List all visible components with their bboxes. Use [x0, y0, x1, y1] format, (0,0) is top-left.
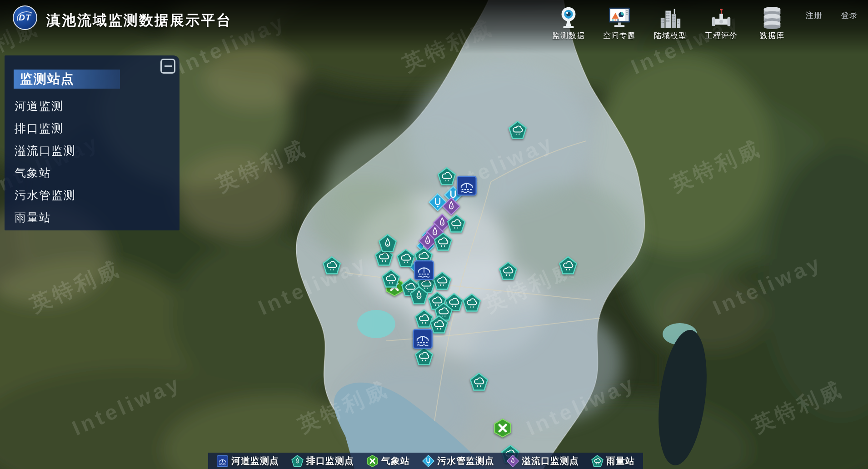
main-nav: 监测数据 — [549, 4, 792, 41]
legend-sewage-monitoring-point[interactable]: 污水管监测点 — [422, 455, 494, 467]
panel-title: 监测站点 — [14, 70, 120, 89]
nav-label: 空间专题 — [603, 30, 636, 41]
top-header: DT 滇池流域监测数据展示平台 监测数据 — [0, 0, 868, 54]
weather-pin-icon — [366, 455, 379, 467]
webcam-icon — [557, 4, 580, 29]
panel-menu: 河道监测 排口监测 溢流口监测 气象站 污水管监测 雨量站 — [5, 95, 180, 229]
map-marker-rain[interactable] — [434, 232, 453, 251]
sidebar-item-overflow-monitoring[interactable]: 溢流口监测 — [5, 140, 180, 162]
buildings-icon — [658, 4, 682, 29]
sidebar-item-rain-station[interactable]: 雨量站 — [5, 206, 180, 229]
map-marker-rain[interactable] — [397, 249, 415, 267]
map-marker-rain[interactable] — [463, 293, 481, 312]
river-pin-icon — [216, 455, 229, 467]
collapse-panel-button[interactable] — [160, 59, 175, 74]
legend-label: 雨量站 — [606, 455, 635, 467]
minus-icon — [165, 65, 172, 67]
legend-label: 溢流口监测点 — [522, 455, 579, 467]
map-marker-rain[interactable] — [509, 120, 527, 139]
map-marker-rain[interactable] — [447, 214, 466, 233]
valve-icon — [709, 4, 733, 29]
map-marker-weather[interactable] — [493, 419, 512, 438]
nav-label: 工程评价 — [705, 30, 738, 41]
login-link[interactable]: 登录 — [841, 10, 858, 21]
nav-monitoring-data[interactable]: 监测数据 — [549, 4, 588, 41]
legend-rain-station[interactable]: 雨量站 — [591, 455, 635, 467]
legend-river-monitoring-point[interactable]: 河道监测点 — [216, 455, 279, 467]
map-marker-rain[interactable] — [438, 167, 456, 185]
sewage-pin-icon — [422, 455, 434, 467]
overflow-pin-icon — [507, 455, 519, 467]
map-marker-rain[interactable] — [559, 256, 578, 274]
outfall-pin-icon — [291, 455, 304, 467]
map-marker-outfall[interactable] — [379, 234, 397, 252]
nav-project-evaluation[interactable]: 工程评价 — [702, 4, 741, 41]
sidebar-item-outfall-monitoring[interactable]: 排口监测 — [5, 117, 180, 140]
map-marker-overflow[interactable] — [442, 197, 460, 215]
legend-weather-station[interactable]: 气象站 — [366, 455, 410, 467]
auth-links: 注册 登录 — [805, 10, 858, 21]
map-marker-rain[interactable] — [499, 261, 518, 280]
map-marker-river[interactable] — [414, 259, 435, 281]
nav-label: 陆域模型 — [654, 30, 687, 41]
register-link[interactable]: 注册 — [805, 10, 823, 21]
nav-land-model[interactable]: 陆域模型 — [651, 4, 690, 41]
map-marker-river[interactable] — [456, 175, 478, 196]
map-marker-rain[interactable] — [382, 269, 400, 288]
nav-spatial-topics[interactable]: 空间专题 — [600, 4, 639, 41]
map-marker-rain[interactable] — [415, 347, 434, 365]
map-marker-river[interactable] — [412, 328, 434, 349]
rain-pin-icon — [591, 455, 604, 467]
legend-label: 污水管监测点 — [437, 455, 494, 467]
legend-label: 河道监测点 — [231, 455, 279, 467]
map-marker-rain[interactable] — [470, 372, 489, 391]
monitor-chart-icon — [608, 4, 631, 29]
legend-overflow-monitoring-point[interactable]: 溢流口监测点 — [507, 455, 579, 467]
nav-label: 数据库 — [760, 30, 784, 41]
sidebar-item-sewage-monitoring[interactable]: 污水管监测 — [5, 184, 180, 206]
map-marker-rain[interactable] — [323, 256, 341, 274]
app-root: 英特利威Inteliway英特利威InteliwayInteliway英特利威I… — [0, 0, 868, 469]
nav-label: 监测数据 — [552, 30, 585, 41]
sidebar-item-river-monitoring[interactable]: 河道监测 — [5, 95, 180, 117]
app-logo: DT — [13, 5, 37, 30]
page-title: 滇池流域监测数据展示平台 — [46, 11, 232, 30]
legend-label: 气象站 — [381, 455, 410, 467]
map-marker-rain[interactable] — [433, 271, 452, 290]
database-icon — [760, 4, 784, 29]
legend-label: 排口监测点 — [306, 455, 354, 467]
map-marker-outfall[interactable] — [410, 286, 429, 304]
monitoring-stations-panel: 监测站点 河道监测 排口监测 溢流口监测 气象站 污水管监测 雨量站 — [5, 55, 180, 230]
map-legend: 河道监测点 排口监测点 气象站 污水管监测点 溢流口监测点 雨量站 — [208, 453, 643, 469]
sidebar-item-weather-station[interactable]: 气象站 — [5, 162, 180, 184]
legend-outfall-monitoring-point[interactable]: 排口监测点 — [291, 455, 354, 467]
nav-database[interactable]: 数据库 — [753, 4, 792, 41]
